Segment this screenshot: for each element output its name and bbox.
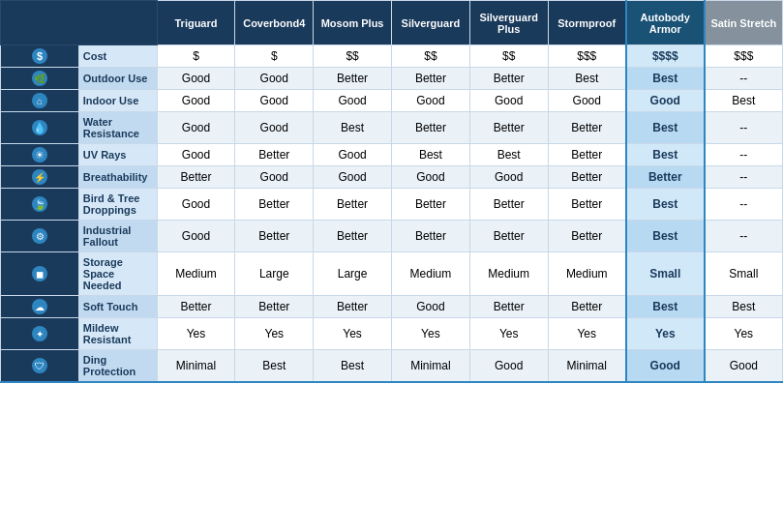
row-label-mildew: Mildew Resistant bbox=[78, 318, 157, 350]
svg-text:⌂: ⌂ bbox=[37, 96, 43, 106]
col-header-6: Autobody Armor bbox=[626, 1, 705, 45]
svg-text:☀: ☀ bbox=[35, 149, 45, 161]
col-header-7: Satin Stretch bbox=[705, 1, 783, 45]
svg-text:🛡: 🛡 bbox=[35, 361, 45, 371]
col-header-0: Triguard bbox=[157, 1, 235, 45]
cell-indoor-6: Good bbox=[626, 90, 705, 112]
cell-industrial-0: Good bbox=[157, 221, 235, 252]
cell-dollar-4: $$ bbox=[469, 45, 548, 68]
cell-storage-2: Large bbox=[314, 252, 392, 296]
col-header-4: Silverguard Plus bbox=[469, 1, 548, 45]
table-row: ⌂Indoor UseGoodGoodGoodGoodGoodGoodGoodB… bbox=[1, 90, 783, 112]
icon-cell-uv: ☀ bbox=[1, 144, 79, 166]
cell-bird-2: Better bbox=[314, 189, 392, 221]
cell-storage-6: Small bbox=[626, 252, 705, 296]
table-row: ⚡BreathabilityBetterGoodGoodGoodGoodBett… bbox=[1, 166, 783, 189]
cell-outdoor-1: Good bbox=[235, 68, 314, 90]
row-label-storage: Storage Space Needed bbox=[78, 252, 157, 296]
table-row: $Cost$$$$$$$$$$$$$$$$$$ bbox=[1, 45, 783, 68]
svg-text:💧: 💧 bbox=[33, 121, 46, 134]
cell-indoor-2: Good bbox=[314, 90, 392, 112]
cell-uv-1: Better bbox=[235, 144, 314, 166]
cell-storage-7: Small bbox=[705, 252, 783, 296]
svg-text:🌿: 🌿 bbox=[34, 73, 46, 85]
cell-indoor-7: Best bbox=[705, 90, 783, 112]
cell-ding-3: Minimal bbox=[391, 350, 469, 383]
cell-breath-1: Good bbox=[235, 166, 314, 189]
table-row: 🛡Ding ProtectionMinimalBestBestMinimalGo… bbox=[1, 350, 783, 383]
cell-mildew-7: Yes bbox=[705, 318, 783, 350]
cell-water-1: Good bbox=[235, 112, 314, 144]
col-header-label: Autobody Armor bbox=[641, 12, 690, 35]
icon-cell-water: 💧 bbox=[1, 112, 79, 144]
cell-uv-7: -- bbox=[705, 144, 783, 166]
icon-cell-indoor: ⌂ bbox=[1, 90, 79, 112]
cell-water-0: Good bbox=[157, 112, 235, 144]
svg-text:◼: ◼ bbox=[36, 269, 44, 280]
col-header-1: Coverbond4 bbox=[235, 1, 314, 45]
cell-mildew-0: Yes bbox=[157, 318, 235, 350]
cell-industrial-5: Better bbox=[548, 221, 626, 252]
cell-dollar-0: $ bbox=[157, 45, 235, 68]
cell-soft-5: Better bbox=[548, 296, 626, 318]
col-header-label: Mosom Plus bbox=[321, 17, 384, 29]
cell-mildew-4: Yes bbox=[469, 318, 548, 350]
icon-cell-mildew: ✦ bbox=[1, 318, 79, 350]
icon-cell-industrial: ⚙ bbox=[1, 221, 79, 252]
cell-industrial-7: -- bbox=[705, 221, 783, 252]
cell-dollar-2: $$ bbox=[314, 45, 392, 68]
cell-bird-5: Better bbox=[548, 189, 626, 221]
cell-soft-2: Better bbox=[314, 296, 392, 318]
icon-cell-storage: ◼ bbox=[1, 252, 79, 296]
cell-outdoor-7: -- bbox=[705, 68, 783, 90]
cell-breath-3: Good bbox=[391, 166, 469, 189]
col-header-3: Silverguard bbox=[391, 1, 469, 45]
table-row: ✦Mildew ResistantYesYesYesYesYesYesYesYe… bbox=[1, 318, 783, 350]
cell-storage-3: Medium bbox=[391, 252, 469, 296]
table-row: ◼Storage Space NeededMediumLargeLargeMed… bbox=[1, 252, 783, 296]
row-label-outdoor: Outdoor Use bbox=[78, 68, 157, 90]
icon-cell-breath: ⚡ bbox=[1, 166, 79, 189]
cell-ding-5: Minimal bbox=[548, 350, 626, 383]
cell-mildew-6: Yes bbox=[626, 318, 705, 350]
cell-water-3: Better bbox=[391, 112, 469, 144]
svg-text:⚡: ⚡ bbox=[34, 171, 46, 184]
cell-indoor-3: Good bbox=[391, 90, 469, 112]
cell-ding-0: Minimal bbox=[157, 350, 235, 383]
cell-bird-3: Better bbox=[391, 189, 469, 221]
cell-dollar-5: $$$ bbox=[548, 45, 626, 68]
cell-industrial-3: Better bbox=[391, 221, 469, 252]
cell-dollar-6: $$$$ bbox=[626, 45, 705, 68]
cell-water-4: Better bbox=[469, 112, 548, 144]
cell-storage-0: Medium bbox=[157, 252, 235, 296]
row-label-dollar: Cost bbox=[78, 45, 157, 68]
cell-industrial-4: Better bbox=[469, 221, 548, 252]
row-label-bird: Bird & Tree Droppings bbox=[78, 189, 157, 221]
table-row: ☀UV RaysGoodBetterGoodBestBestBetterBest… bbox=[1, 144, 783, 166]
row-label-uv: UV Rays bbox=[78, 144, 157, 166]
cell-industrial-6: Best bbox=[626, 221, 705, 252]
cell-breath-6: Better bbox=[626, 166, 705, 189]
cell-ding-1: Best bbox=[235, 350, 314, 383]
icon-cell-outdoor: 🌿 bbox=[1, 68, 79, 90]
col-header-label: Coverbond4 bbox=[243, 17, 305, 29]
cell-uv-5: Better bbox=[548, 144, 626, 166]
cell-mildew-2: Yes bbox=[314, 318, 392, 350]
cell-breath-5: Better bbox=[548, 166, 626, 189]
cell-outdoor-4: Better bbox=[469, 68, 548, 90]
row-label-water: Water Resistance bbox=[78, 112, 157, 144]
cell-water-5: Better bbox=[548, 112, 626, 144]
col-header-label: Silverguard Plus bbox=[479, 12, 538, 35]
table-row: 🍃Bird & Tree DroppingsGoodBetterBetterBe… bbox=[1, 189, 783, 221]
cell-storage-5: Medium bbox=[548, 252, 626, 296]
cell-indoor-4: Good bbox=[469, 90, 548, 112]
cell-indoor-1: Good bbox=[235, 90, 314, 112]
icon-cell-dollar: $ bbox=[1, 45, 79, 68]
cell-dollar-7: $$$ bbox=[705, 45, 783, 68]
col-header-label: Silverguard bbox=[402, 17, 461, 29]
table-row: ⚙Industrial FalloutGoodBetterBetterBette… bbox=[1, 221, 783, 252]
row-label-ding: Ding Protection bbox=[78, 350, 157, 383]
cell-uv-3: Best bbox=[391, 144, 469, 166]
table-row: 🌿Outdoor UseGoodGoodBetterBetterBetterBe… bbox=[1, 68, 783, 90]
cell-bird-4: Better bbox=[469, 189, 548, 221]
